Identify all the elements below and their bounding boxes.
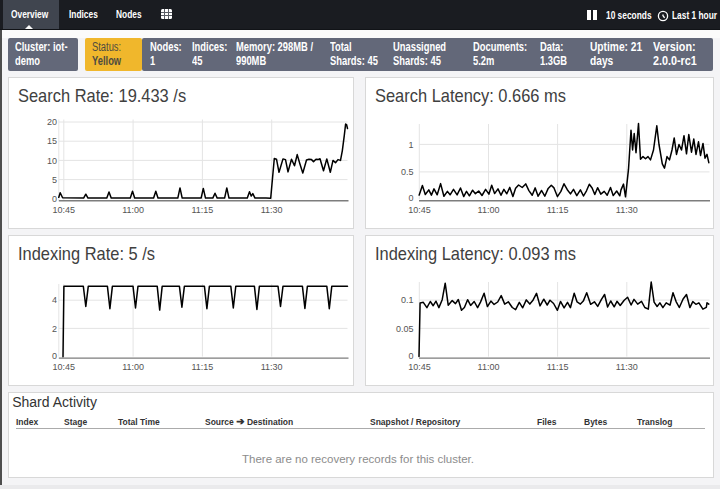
svg-text:5: 5 <box>52 175 57 185</box>
svg-text:11:30: 11:30 <box>261 362 283 372</box>
svg-text:4: 4 <box>52 295 57 305</box>
svg-text:11:15: 11:15 <box>191 362 213 372</box>
svg-text:11:00: 11:00 <box>478 362 500 372</box>
svg-text:10:45: 10:45 <box>408 362 431 372</box>
svg-text:0.5: 0.5 <box>401 167 414 177</box>
svg-text:11:30: 11:30 <box>616 362 638 372</box>
svg-text:0: 0 <box>408 193 413 203</box>
svg-text:10: 10 <box>47 156 57 166</box>
svg-text:0: 0 <box>52 351 57 361</box>
svg-text:11:30: 11:30 <box>616 205 638 215</box>
svg-text:11:15: 11:15 <box>547 362 569 372</box>
svg-text:1: 1 <box>408 140 413 150</box>
svg-text:11:00: 11:00 <box>122 362 144 372</box>
svg-text:11:00: 11:00 <box>122 205 144 215</box>
svg-text:11:15: 11:15 <box>191 205 213 215</box>
svg-text:0: 0 <box>408 351 413 361</box>
svg-text:2: 2 <box>52 324 57 334</box>
svg-text:0.05: 0.05 <box>396 324 414 334</box>
svg-text:11:00: 11:00 <box>478 205 500 215</box>
svg-text:11:30: 11:30 <box>261 205 283 215</box>
svg-text:0: 0 <box>52 194 57 204</box>
svg-text:10:45: 10:45 <box>408 205 431 215</box>
svg-text:10:45: 10:45 <box>53 362 76 372</box>
svg-text:20: 20 <box>47 117 57 127</box>
svg-text:10:45: 10:45 <box>53 205 76 215</box>
svg-text:15: 15 <box>47 136 57 146</box>
svg-text:11:15: 11:15 <box>547 205 569 215</box>
svg-text:0.1: 0.1 <box>401 295 414 305</box>
